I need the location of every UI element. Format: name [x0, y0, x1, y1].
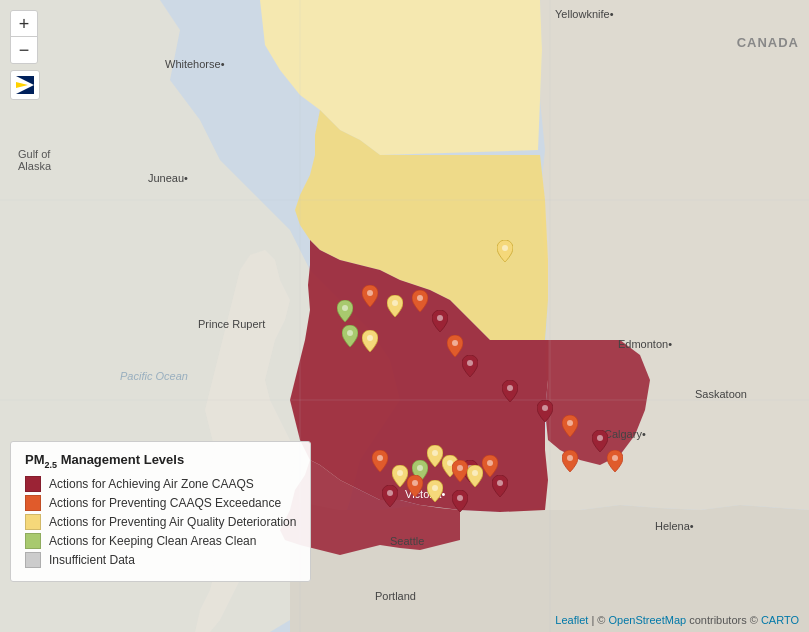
city-label-helena: Helena•	[655, 520, 694, 532]
pin-icon	[362, 285, 378, 307]
legend-item: Actions for Keeping Clean Areas Clean	[25, 533, 296, 549]
zoom-in-button[interactable]: +	[11, 11, 37, 37]
map-pin[interactable]	[427, 480, 443, 502]
pin-icon	[342, 325, 358, 347]
legend-label: Actions for Preventing CAAQS Exceedance	[49, 496, 281, 510]
city-label-juneau: Juneau•	[148, 172, 188, 184]
legend-item: Actions for Achieving Air Zone CAAQS	[25, 476, 296, 492]
home-button[interactable]	[10, 70, 40, 100]
map-pin[interactable]	[432, 310, 448, 332]
zoom-out-button[interactable]: −	[11, 37, 37, 63]
svg-point-29	[417, 465, 423, 471]
pin-icon	[337, 300, 353, 322]
map-pin[interactable]	[362, 285, 378, 307]
pin-icon	[372, 450, 388, 472]
map-pin[interactable]	[562, 450, 578, 472]
legend-items: Actions for Achieving Air Zone CAAQS Act…	[25, 476, 296, 568]
map-pin[interactable]	[412, 290, 428, 312]
pin-icon	[492, 475, 508, 497]
map-pin[interactable]	[502, 380, 518, 402]
map-pin[interactable]	[482, 455, 498, 477]
map-pin[interactable]	[462, 355, 478, 377]
svg-point-26	[487, 460, 493, 466]
svg-point-28	[432, 485, 438, 491]
legend-item: Actions for Preventing CAAQS Exceedance	[25, 495, 296, 511]
pin-icon	[387, 295, 403, 317]
map-pin[interactable]	[452, 460, 468, 482]
pin-icon	[452, 460, 468, 482]
city-label-edmonton: Edmonton•	[618, 338, 672, 350]
pin-icon	[592, 430, 608, 452]
pin-icon	[537, 400, 553, 422]
svg-point-33	[377, 455, 383, 461]
pin-icon	[412, 290, 428, 312]
svg-point-24	[457, 465, 463, 471]
map-pin[interactable]	[382, 485, 398, 507]
pin-icon	[562, 415, 578, 437]
pin-icon	[407, 475, 423, 497]
map-pin[interactable]	[537, 400, 553, 422]
pin-icon	[467, 465, 483, 487]
leaflet-link[interactable]: Leaflet	[555, 614, 588, 626]
svg-point-31	[387, 490, 393, 496]
city-label-gulf-alaska: Gulf ofAlaska	[18, 148, 51, 172]
map-pin[interactable]	[362, 330, 378, 352]
map-container: Pacific Ocean CANADA Gulf ofAlaska White…	[0, 0, 809, 632]
osm-link[interactable]: OpenStreetMap	[608, 614, 686, 626]
bc-flag-icon	[16, 76, 34, 94]
legend-swatch	[25, 552, 41, 568]
attribution: Leaflet | © OpenStreetMap contributors ©…	[555, 614, 799, 626]
legend-label: Insufficient Data	[49, 553, 135, 567]
svg-point-6	[367, 290, 373, 296]
map-pin[interactable]	[387, 295, 403, 317]
svg-point-8	[342, 305, 348, 311]
svg-point-27	[497, 480, 503, 486]
legend-swatch	[25, 495, 41, 511]
map-pin[interactable]	[492, 475, 508, 497]
svg-point-20	[502, 245, 508, 251]
pin-icon	[497, 240, 513, 262]
pin-icon	[427, 445, 443, 467]
map-pin[interactable]	[427, 445, 443, 467]
city-label-prince-rupert: Prince Rupert	[198, 318, 265, 330]
svg-point-12	[437, 315, 443, 321]
map-pin[interactable]	[342, 325, 358, 347]
map-pin[interactable]	[607, 450, 623, 472]
svg-point-19	[567, 455, 573, 461]
svg-point-11	[417, 295, 423, 301]
map-pin[interactable]	[497, 240, 513, 262]
city-label-saskatoon: Saskatoon	[695, 388, 747, 400]
svg-point-22	[432, 450, 438, 456]
svg-point-30	[412, 480, 418, 486]
attribution-contributors: contributors ©	[689, 614, 761, 626]
pin-icon	[607, 450, 623, 472]
legend-swatch	[25, 514, 41, 530]
map-pin[interactable]	[372, 450, 388, 472]
map-pin[interactable]	[392, 465, 408, 487]
map-pin[interactable]	[562, 415, 578, 437]
pin-icon	[562, 450, 578, 472]
map-pin[interactable]	[452, 490, 468, 512]
map-pin[interactable]	[592, 430, 608, 452]
map-pin[interactable]	[447, 335, 463, 357]
pin-icon	[462, 355, 478, 377]
legend-label: Actions for Keeping Clean Areas Clean	[49, 534, 256, 548]
map-pin[interactable]	[467, 465, 483, 487]
carto-link[interactable]: CARTO	[761, 614, 799, 626]
svg-point-35	[612, 455, 618, 461]
pin-icon	[482, 455, 498, 477]
city-label-yellowknife: Yellowknife•	[555, 8, 613, 20]
map-pin[interactable]	[337, 300, 353, 322]
svg-point-25	[472, 470, 478, 476]
svg-point-7	[392, 300, 398, 306]
map-pin[interactable]	[407, 475, 423, 497]
legend-item: Insufficient Data	[25, 552, 296, 568]
city-label-whitehorse: Whitehorse•	[165, 58, 225, 70]
legend-item: Actions for Preventing Air Quality Deter…	[25, 514, 296, 530]
svg-point-14	[467, 360, 473, 366]
attribution-separator: | ©	[591, 614, 608, 626]
legend-swatch	[25, 533, 41, 549]
svg-point-18	[597, 435, 603, 441]
svg-point-32	[397, 470, 403, 476]
city-label-seattle: Seattle	[390, 535, 424, 547]
